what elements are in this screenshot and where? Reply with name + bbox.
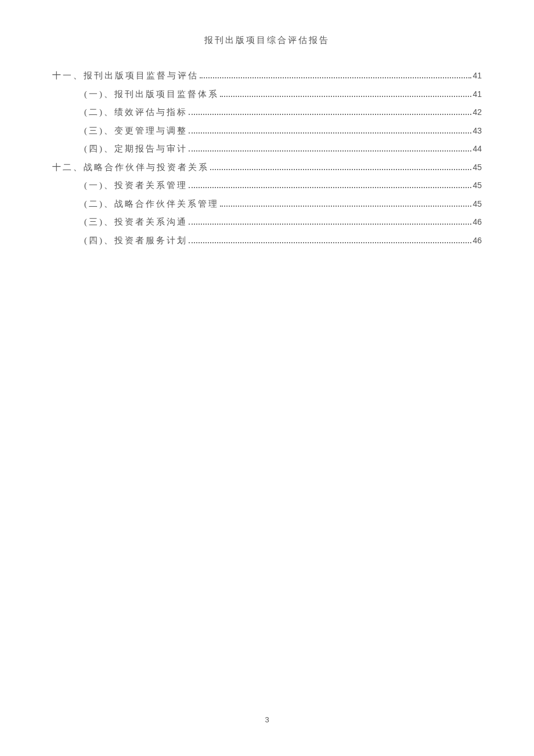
toc-row: (四)、投资者服务计划46 (52, 234, 482, 247)
toc-label: 十一、报刊出版项目监督与评估 (52, 69, 199, 82)
toc-page-number: 46 (472, 235, 482, 247)
toc-label: (三)、投资者关系沟通 (84, 215, 187, 229)
toc-dots (189, 224, 471, 225)
toc-dots (220, 96, 471, 97)
toc-label: 十二、战略合作伙伴与投资者关系 (52, 161, 209, 174)
toc-dots (189, 150, 471, 152)
toc-label: (三)、变更管理与调整 (84, 124, 187, 138)
toc-row: (三)、投资者关系沟通46 (52, 215, 482, 229)
toc-page-number: 46 (472, 216, 482, 228)
toc-row: 十二、战略合作伙伴与投资者关系45 (52, 161, 482, 174)
toc-dots (220, 206, 471, 207)
toc-page-number: 42 (472, 106, 482, 118)
toc-row: (二)、绩效评估与指标42 (52, 106, 482, 119)
toc-page-number: 45 (472, 161, 482, 174)
toc-label: (二)、绩效评估与指标 (84, 106, 187, 119)
toc-label: (二)、战略合作伙伴关系管理 (84, 197, 219, 211)
toc-page-number: 43 (472, 125, 482, 137)
toc-label: (一)、报刊出版项目监督体系 (84, 88, 219, 101)
toc-label: (四)、定期报告与审计 (84, 142, 187, 156)
page-number: 3 (0, 715, 534, 724)
toc-row: (一)、报刊出版项目监督体系41 (52, 88, 482, 101)
toc-page-number: 41 (472, 88, 482, 100)
toc-label: (一)、投资者关系管理 (84, 179, 187, 192)
table-of-contents: 十一、报刊出版项目监督与评估41(一)、报刊出版项目监督体系41(二)、绩效评估… (52, 69, 482, 247)
toc-page-number: 44 (472, 143, 482, 155)
toc-dots (189, 114, 471, 115)
toc-row: (三)、变更管理与调整43 (52, 124, 482, 138)
toc-dots (189, 132, 471, 134)
toc-dots (189, 187, 471, 188)
toc-page-number: 45 (472, 179, 482, 192)
toc-page-number: 45 (472, 198, 482, 210)
toc-dots (210, 169, 471, 170)
toc-dots (200, 77, 471, 78)
document-page: 报刊出版项目综合评估报告 十一、报刊出版项目监督与评估41(一)、报刊出版项目监… (0, 0, 534, 756)
toc-page-number: 41 (472, 70, 482, 82)
toc-dots (189, 242, 471, 243)
toc-label: (四)、投资者服务计划 (84, 234, 187, 247)
toc-row: 十一、报刊出版项目监督与评估41 (52, 69, 482, 82)
page-header-title: 报刊出版项目综合评估报告 (52, 35, 482, 46)
toc-row: (四)、定期报告与审计44 (52, 142, 482, 156)
toc-row: (一)、投资者关系管理45 (52, 179, 482, 192)
toc-row: (二)、战略合作伙伴关系管理45 (52, 197, 482, 211)
